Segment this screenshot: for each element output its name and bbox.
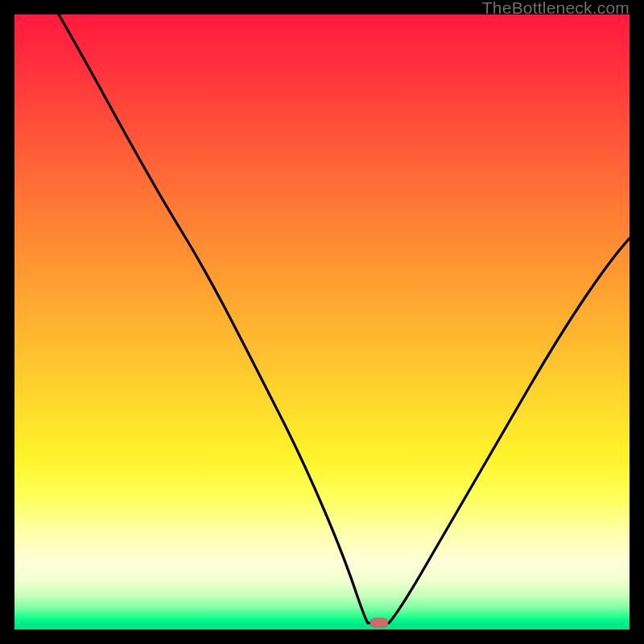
chart-frame: TheBottleneck.com — [0, 0, 644, 644]
optimal-point-marker — [370, 618, 388, 627]
bottleneck-curve — [59, 14, 630, 623]
watermark-text: TheBottleneck.com — [482, 0, 630, 18]
curve-layer — [14, 14, 630, 630]
plot-area — [14, 14, 630, 630]
